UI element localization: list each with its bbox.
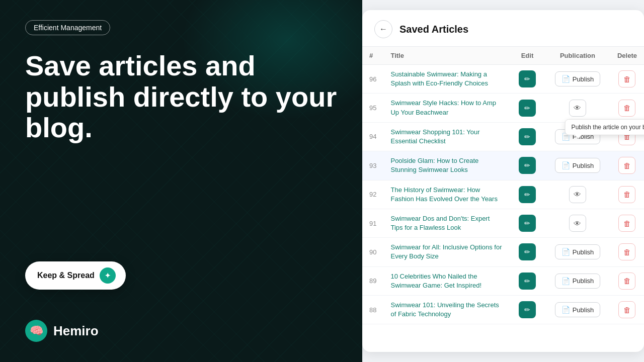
publish-button[interactable]: 📄Publish — [555, 158, 601, 173]
article-num: 88 — [362, 296, 383, 324]
view-button[interactable]: 👁 — [569, 215, 586, 232]
delete-button[interactable]: 🗑 — [618, 273, 635, 290]
publish-button[interactable]: 📄Publish — [555, 129, 601, 144]
article-num: 96 — [362, 65, 383, 94]
edit-button[interactable]: ✏ — [519, 100, 536, 117]
delete-button[interactable]: 🗑 — [618, 157, 635, 174]
edit-button[interactable]: ✏ — [519, 243, 536, 260]
publish-label: Publish — [573, 162, 594, 169]
edit-button[interactable]: ✏ — [519, 273, 536, 290]
file-icon: 📄 — [561, 277, 570, 285]
back-button[interactable]: ← — [374, 20, 392, 38]
article-title-link[interactable]: Swimwear 101: Unveiling the Secrets of F… — [390, 301, 499, 318]
edit-button[interactable]: ✏ — [519, 157, 536, 174]
saved-articles-card: ← Saved Articles # Title Edit Publicatio… — [362, 10, 644, 352]
article-title-link[interactable]: 10 Celebrities Who Nailed the Swimwear G… — [390, 273, 481, 289]
publish-button[interactable]: 📄Publish — [555, 71, 601, 86]
publish-tooltip-wrap: 📄PublishPublish the article on your blog… — [552, 129, 603, 144]
col-title: Title — [383, 47, 510, 65]
article-title: The History of Swimwear: How Fashion Has… — [383, 180, 510, 209]
eye-icon: 👁 — [574, 190, 581, 199]
table-header-row: # Title Edit Publication Delete — [362, 47, 644, 65]
delete-button[interactable]: 🗑 — [618, 186, 635, 203]
publish-label: Publish — [573, 248, 594, 256]
publish-button[interactable]: 📄Publish — [555, 244, 601, 259]
delete-button[interactable]: 🗑 — [618, 100, 635, 117]
article-title-link[interactable]: Swimwear Style Hacks: How to Amp Up Your… — [390, 99, 496, 116]
left-panel-content: Efficient Management Save articles and p… — [0, 0, 362, 362]
article-title-link[interactable]: Sustainable Swimwear: Making a Splash wi… — [390, 70, 488, 87]
publication-cell: 👁 — [545, 209, 610, 237]
edit-button[interactable]: ✏ — [519, 70, 536, 87]
delete-button[interactable]: 🗑 — [618, 301, 635, 318]
edit-cell: ✏ — [510, 122, 545, 151]
pencil-icon: ✏ — [524, 191, 530, 199]
trash-icon: 🗑 — [623, 104, 631, 112]
card-header: ← Saved Articles — [362, 10, 644, 47]
table-row: 91Swimwear Dos and Don'ts: Expert Tips f… — [362, 209, 644, 237]
trash-icon: 🗑 — [623, 277, 631, 285]
delete-cell: 🗑 — [610, 151, 644, 180]
trash-icon: 🗑 — [623, 190, 631, 199]
pencil-icon: ✏ — [524, 104, 530, 112]
publish-label: Publish — [573, 277, 594, 285]
table-row: 90Swimwear for All: Inclusive Options fo… — [362, 238, 644, 266]
article-title-link[interactable]: Poolside Glam: How to Create Stunning Sw… — [390, 157, 478, 173]
col-publication: Publication — [545, 47, 610, 65]
article-title-link[interactable]: Swimwear Shopping 101: Your Essential Ch… — [390, 128, 479, 145]
article-num: 92 — [362, 180, 383, 209]
publish-label: Publish — [573, 306, 594, 314]
keep-spread-button[interactable]: Keep & Spread ✦ — [25, 261, 126, 290]
publication-cell: 📄Publish — [545, 238, 610, 266]
trash-icon: 🗑 — [623, 248, 631, 256]
edit-cell: ✏ — [510, 151, 545, 180]
edit-cell: ✏ — [510, 266, 545, 295]
pencil-icon: ✏ — [524, 248, 530, 256]
view-button[interactable]: 👁 — [569, 100, 586, 117]
publish-label: Publish — [573, 75, 594, 83]
delete-button[interactable]: 🗑 — [618, 215, 635, 232]
article-title: Swimwear Shopping 101: Your Essential Ch… — [383, 122, 510, 151]
edit-cell: ✏ — [510, 296, 545, 324]
publication-cell: 📄Publish — [545, 65, 610, 94]
article-title: Sustainable Swimwear: Making a Splash wi… — [383, 65, 510, 94]
file-icon: 📄 — [561, 248, 570, 256]
publication-cell: 📄Publish — [545, 151, 610, 180]
edit-cell: ✏ — [510, 238, 545, 266]
articles-table: # Title Edit Publication Delete 96Sustai… — [362, 47, 644, 324]
file-icon: 📄 — [561, 306, 570, 314]
article-num: 90 — [362, 238, 383, 266]
table-row: 95Swimwear Style Hacks: How to Amp Up Yo… — [362, 94, 644, 122]
logo: 🧠 Hemiro — [25, 320, 337, 342]
edit-button[interactable]: ✏ — [519, 215, 536, 232]
view-button[interactable]: 👁 — [569, 186, 586, 203]
publish-button[interactable]: 📄Publish — [555, 274, 601, 289]
edit-button[interactable]: ✏ — [519, 301, 536, 318]
article-title-link[interactable]: Swimwear Dos and Don'ts: Expert Tips for… — [390, 215, 490, 231]
delete-button[interactable]: 🗑 — [618, 243, 635, 260]
delete-button[interactable]: 🗑 — [618, 70, 635, 87]
edit-button[interactable]: ✏ — [519, 186, 536, 203]
article-title-link[interactable]: Swimwear for All: Inclusive Options for … — [390, 243, 502, 260]
edit-button[interactable]: ✏ — [519, 128, 536, 145]
left-panel: Efficient Management Save articles and p… — [0, 0, 362, 362]
table-row: 96Sustainable Swimwear: Making a Splash … — [362, 65, 644, 94]
publication-cell: 📄Publish — [545, 266, 610, 295]
spread-button-wrap: Keep & Spread ✦ — [25, 261, 337, 290]
trash-icon: 🗑 — [623, 132, 631, 141]
edit-cell: ✏ — [510, 65, 545, 94]
delete-cell: 🗑 — [610, 209, 644, 237]
back-icon: ← — [379, 25, 387, 34]
publish-button[interactable]: 📄Publish — [555, 302, 601, 317]
article-num: 89 — [362, 266, 383, 295]
file-icon: 📄 — [561, 75, 570, 83]
eye-icon: 👁 — [574, 219, 581, 228]
logo-icon: 🧠 — [25, 320, 47, 342]
pencil-icon: ✏ — [524, 219, 530, 227]
spread-button-label: Keep & Spread — [37, 271, 95, 280]
right-panel: ← Saved Articles # Title Edit Publicatio… — [362, 0, 644, 362]
article-num: 93 — [362, 151, 383, 180]
delete-button[interactable]: 🗑 — [618, 128, 635, 145]
file-icon: 📄 — [561, 161, 570, 169]
article-title-link[interactable]: The History of Swimwear: How Fashion Has… — [390, 186, 497, 203]
